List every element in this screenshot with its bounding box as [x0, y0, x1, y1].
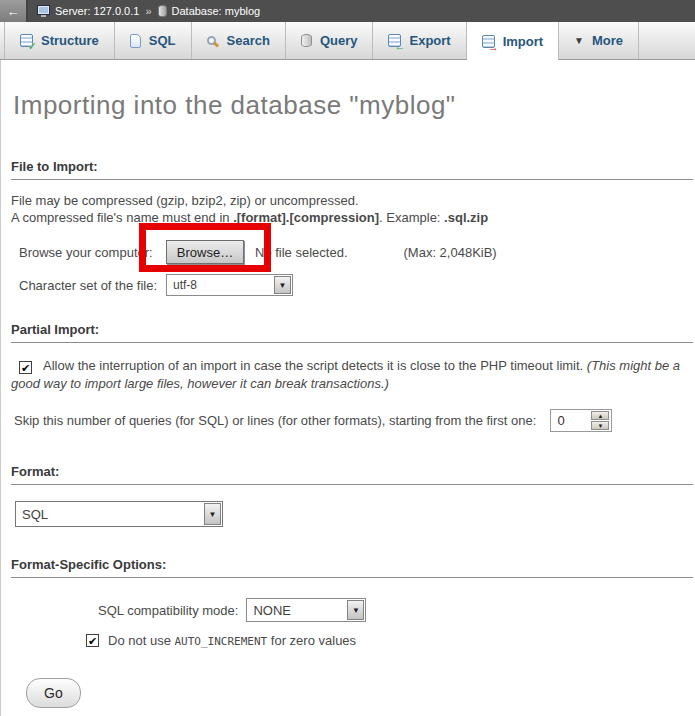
max-upload-size: (Max: 2,048KiB) [404, 245, 497, 260]
charset-selected-value: utf-8 [173, 278, 197, 292]
search-icon [207, 36, 216, 45]
charset-select[interactable]: utf-8 ▼ [166, 274, 293, 296]
format-heading: Format: [11, 464, 693, 485]
auto-increment-code: AUTO_INCREMENT [175, 635, 268, 648]
format-specific-options-heading: Format-Specific Options: [11, 557, 693, 578]
skip-queries-value[interactable]: 0 [551, 413, 591, 428]
server-icon [37, 5, 50, 15]
structure-check-icon: ✓ [28, 41, 37, 52]
sql-page-icon [130, 34, 141, 48]
tab-import[interactable]: → Import [467, 22, 559, 60]
tab-export-label: Export [409, 33, 450, 48]
tab-query[interactable]: Query [286, 22, 374, 59]
breadcrumb-bar: ← Server: 127.0.0.1 » Database: myblog [0, 0, 695, 22]
allow-interruption-row: ✔Allow the interruption of an import in … [11, 357, 689, 393]
skip-queries-label: Skip this number of queries (for SQL) or… [14, 413, 536, 428]
sql-compatibility-value: NONE [253, 603, 291, 618]
server-icon-stand [41, 15, 46, 17]
auto-increment-text: Do not use AUTO_INCREMENT for zero value… [108, 633, 356, 648]
compat-dropdown-arrow-icon[interactable]: ▼ [347, 600, 364, 620]
stepper-up-button[interactable]: ▲ [591, 411, 609, 420]
tab-structure[interactable]: ✓ Structure [4, 22, 115, 59]
file-help-format-pattern: .[format].[compression] [233, 210, 379, 225]
tab-sql[interactable]: SQL [115, 22, 192, 59]
go-button[interactable]: Go [26, 678, 81, 708]
stepper-down-button[interactable]: ▼ [591, 421, 609, 430]
auto-increment-checkbox[interactable]: ✔ [86, 634, 99, 647]
tab-structure-label: Structure [41, 33, 99, 48]
browse-button[interactable]: Browse… [166, 240, 244, 264]
tab-query-label: Query [320, 33, 358, 48]
charset-label: Character set of the file: [19, 278, 166, 293]
query-database-icon [301, 34, 312, 47]
tab-import-label: Import [503, 34, 543, 49]
import-arrow-icon: → [488, 42, 499, 53]
file-to-import-heading: File to Import: [11, 159, 693, 180]
page-title: Importing into the database "myblog" [13, 90, 695, 121]
allow-interruption-text: Allow the interruption of an import in c… [43, 358, 587, 373]
back-arrow-icon: ← [7, 4, 20, 19]
breadcrumb-server-link[interactable]: Server: 127.0.0.1 [55, 5, 139, 17]
file-help-line2-pre: A compressed file's name must end in [11, 210, 233, 225]
structure-icon: ✓ [20, 34, 33, 47]
sql-compatibility-label: SQL compatibility mode: [98, 603, 238, 618]
skip-queries-stepper[interactable]: 0 ▲ ▼ [550, 409, 612, 432]
file-help-line2-mid: . Example: [379, 210, 444, 225]
breadcrumb-database-link[interactable]: Database: myblog [172, 5, 261, 17]
export-arrow-icon: ← [394, 41, 405, 52]
auto-increment-text-pre: Do not use [108, 633, 175, 648]
sql-compatibility-row: SQL compatibility mode: NONE ▼ [98, 598, 695, 622]
partial-import-heading: Partial Import: [11, 322, 693, 343]
charset-dropdown-arrow-icon[interactable]: ▼ [274, 276, 291, 294]
file-help-text: File may be compressed (gzip, bzip2, zip… [11, 192, 689, 226]
auto-increment-row: ✔ Do not use AUTO_INCREMENT for zero val… [86, 633, 695, 648]
import-icon: → [482, 35, 495, 48]
file-selected-status: No file selected. [255, 245, 348, 260]
tab-export[interactable]: ← Export [373, 22, 466, 59]
database-icon [158, 5, 167, 17]
back-arrow-button[interactable]: ← [0, 0, 28, 22]
search-icon-handle [212, 41, 219, 47]
import-page-content: Importing into the database "myblog" Fil… [0, 60, 695, 716]
charset-row: Character set of the file: utf-8 ▼ [19, 274, 695, 296]
tab-search[interactable]: Search [192, 22, 286, 59]
auto-increment-text-post: for zero values [267, 633, 356, 648]
sql-compatibility-select[interactable]: NONE ▼ [246, 598, 366, 622]
file-help-line1: File may be compressed (gzip, bzip2, zip… [11, 193, 359, 208]
export-icon: ← [388, 34, 401, 47]
format-dropdown-arrow-icon[interactable]: ▼ [204, 503, 221, 525]
breadcrumb-separator: » [145, 5, 151, 17]
tab-bar: ✓ Structure SQL Search Query ← Export → … [0, 22, 695, 60]
tab-more[interactable]: ▼ More [559, 22, 639, 59]
stepper-buttons: ▲ ▼ [591, 411, 609, 430]
tab-sql-label: SQL [149, 33, 176, 48]
skip-queries-row: Skip this number of queries (for SQL) or… [14, 409, 695, 432]
tab-more-label: More [592, 33, 623, 48]
format-select[interactable]: SQL ▼ [15, 501, 223, 527]
browse-label: Browse your computer: [19, 245, 166, 260]
chevron-down-icon: ▼ [574, 35, 584, 46]
file-help-example: .sql.zip [444, 210, 488, 225]
tab-search-label: Search [227, 33, 270, 48]
allow-interruption-checkbox[interactable]: ✔ [19, 361, 32, 374]
browse-row: Browse your computer: Browse… No file se… [19, 240, 695, 264]
format-selected-value: SQL [22, 507, 48, 522]
